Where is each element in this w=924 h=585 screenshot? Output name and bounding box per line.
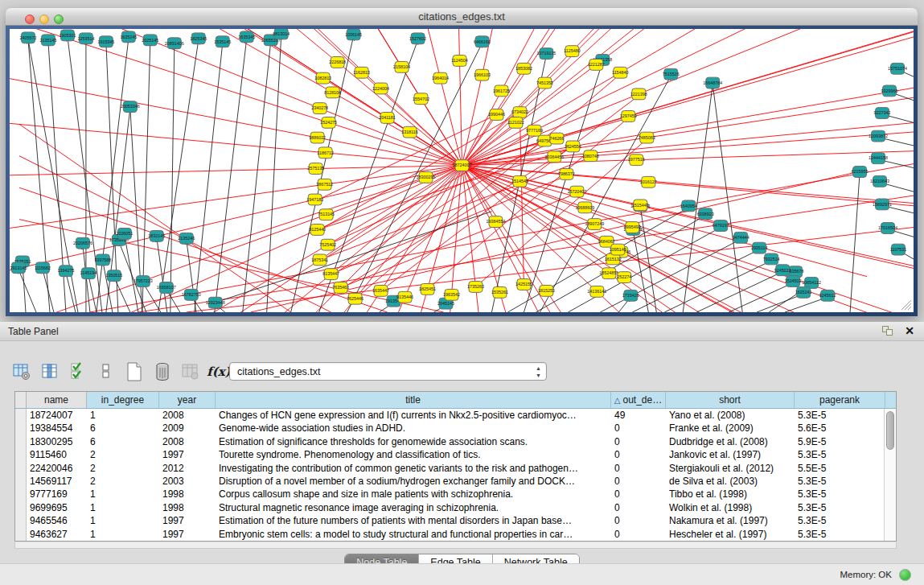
graph-node[interactable]: 2026051 — [116, 228, 133, 239]
memory-ok-indicator[interactable] — [899, 569, 911, 581]
graph-node[interactable]: 1115682 — [35, 262, 51, 274]
graph-node[interactable]: 1394275 — [57, 266, 74, 277]
table-row[interactable]: 911546021997Tourette syndrome. Phenomeno… — [15, 448, 896, 461]
graph-node[interactable]: 1524502 — [785, 276, 802, 287]
graph-node[interactable]: 1875341 — [311, 254, 328, 266]
graph-node[interactable]: 1640954 — [680, 200, 697, 212]
table-row[interactable]: 1830029562008Estimation of significance … — [15, 435, 896, 448]
graph-node[interactable]: 9245612 — [819, 290, 836, 301]
graph-node[interactable]: 8813014 — [273, 29, 290, 39]
graph-node[interactable]: 1154840 — [612, 67, 629, 78]
graph-node[interactable]: 1221398 — [630, 89, 647, 100]
graph-node[interactable]: 3624554 — [565, 141, 581, 152]
graph-node[interactable]: 16210643 — [870, 175, 889, 187]
graph-node[interactable]: 9474444 — [733, 232, 749, 243]
graph-node[interactable]: 746266 — [549, 133, 564, 144]
column-header-in-degree[interactable]: in_degree — [87, 392, 159, 408]
graph-node[interactable]: 2340278 — [311, 103, 328, 114]
canvas-resize-grip[interactable] — [901, 300, 911, 310]
graph-node[interactable]: 8215955 — [852, 167, 869, 178]
graph-node[interactable]: 16782753 — [182, 289, 201, 300]
column-header-title[interactable]: title — [216, 392, 611, 408]
graph-node[interactable]: 1825345 — [190, 33, 207, 44]
graph-node[interactable]: 1635345 — [238, 31, 255, 43]
window-titlebar[interactable]: citations_edges.txt — [6, 8, 918, 26]
graph-node[interactable]: 19384554 — [486, 216, 505, 228]
table-row[interactable]: 969969511998Structural magnetic resonanc… — [15, 501, 896, 514]
graph-node[interactable]: 1961725 — [493, 85, 510, 97]
graph-node[interactable]: 1524275 — [320, 117, 337, 128]
graph-node[interactable]: 1966103 — [474, 69, 491, 80]
graph-node[interactable]: 6734022 — [511, 107, 528, 118]
float-panel-icon[interactable] — [882, 326, 893, 336]
graph-node[interactable]: 1527602 — [409, 33, 426, 44]
graph-node[interactable]: 2226818 — [329, 57, 346, 68]
graph-node[interactable]: 7932514 — [763, 253, 780, 265]
scrollbar-thumb[interactable] — [886, 411, 894, 450]
graph-node[interactable]: 1635241 — [795, 286, 812, 298]
graph-node[interactable]: 1145194 — [80, 268, 97, 279]
graph-node[interactable]: 1825451 — [419, 284, 436, 295]
column-header-out-degree[interactable]: △out_de… — [611, 392, 666, 408]
graph-node[interactable]: 1224004 — [372, 83, 389, 94]
graph-node[interactable]: 9135446 — [396, 291, 413, 303]
create-table-icon[interactable] — [124, 361, 145, 382]
table-row[interactable]: 1456911722003Disruption of a novel membe… — [15, 475, 896, 488]
graph-node[interactable]: 16958107 — [157, 282, 176, 294]
table-vertical-scrollbar[interactable] — [884, 409, 896, 541]
graph-node[interactable]: 1080748 — [582, 150, 599, 162]
graph-node[interactable]: 9777169 — [526, 125, 543, 136]
graph-node[interactable]: 9227342 — [874, 108, 891, 119]
graph-node[interactable]: 2041181 — [379, 113, 396, 124]
graph-node[interactable]: 1905301 — [59, 30, 76, 41]
graph-node[interactable]: 1297459 — [620, 111, 637, 122]
graph-node[interactable]: 1095149 — [610, 244, 626, 255]
table-row[interactable]: 977716911998Corpus callosum shape and si… — [15, 488, 896, 501]
graph-node[interactable]: 7625446 — [347, 293, 363, 304]
graph-node[interactable]: 1554702 — [413, 93, 429, 105]
graph-node[interactable]: 1221287 — [588, 59, 605, 70]
graph-node[interactable]: 8135447 — [322, 269, 339, 280]
graph-node[interactable]: 1318116 — [401, 126, 418, 138]
table-settings-icon[interactable] — [11, 361, 32, 382]
graph-node[interactable]: 1963542 — [443, 289, 460, 300]
graph-node[interactable]: 9125440 — [309, 225, 326, 236]
graph-node[interactable]: 9397588 — [94, 254, 111, 266]
graph-node[interactable]: 17016504 — [878, 223, 897, 234]
graph-node[interactable]: 1124504 — [451, 56, 468, 67]
graph-node[interactable]: 17957223 — [133, 276, 153, 287]
graph-node[interactable]: 20891406 — [165, 38, 184, 49]
graph-node[interactable]: 15692971 — [873, 199, 892, 210]
graph-node[interactable]: 1635245 — [120, 31, 137, 43]
graph-node[interactable]: 7451353 — [536, 77, 553, 89]
graph-node[interactable]: 7635463 — [332, 282, 349, 294]
graph-node[interactable]: 1425155 — [515, 279, 532, 290]
graph-node[interactable]: 1253514 — [77, 33, 94, 44]
graph-node[interactable]: 1016127 — [640, 176, 657, 187]
table-select-dropdown[interactable]: citations_edges.txt ▲▼ — [229, 362, 547, 381]
graph-node[interactable]: 1735263 — [467, 282, 484, 293]
graph-node[interactable]: 1977516 — [628, 154, 645, 166]
graph-node[interactable]: 10719135 — [536, 48, 556, 60]
column-header-name[interactable]: name — [27, 392, 87, 408]
delete-table-icon[interactable] — [152, 361, 173, 382]
graph-node[interactable]: 16648784 — [703, 77, 722, 89]
graph-node[interactable]: 7986372 — [558, 169, 575, 180]
graph-node[interactable]: 15720407 — [567, 186, 586, 197]
graph-node[interactable]: 7525402 — [319, 239, 336, 250]
graph-node[interactable]: 2158104 — [393, 61, 410, 72]
select-columns-icon[interactable] — [39, 361, 60, 382]
table-row[interactable]: 946362711997Embryonic stem cells: a mode… — [15, 528, 896, 541]
table-row[interactable]: 946554611997Estimation of the future num… — [15, 514, 896, 527]
graph-node[interactable]: 20053346 — [121, 101, 140, 113]
graph-node[interactable]: 9886022 — [309, 132, 326, 143]
graph-node[interactable]: 20364456 — [544, 151, 564, 163]
graph-node[interactable]: 18907249 — [585, 219, 604, 230]
graph-node[interactable]: 9329966 — [881, 85, 898, 97]
graph-node[interactable]: 8995493 — [624, 222, 641, 233]
graph-node[interactable]: 2135246 — [178, 233, 195, 244]
graph-node[interactable]: 1350515 — [105, 270, 122, 282]
graph-node[interactable]: 1990446 — [488, 109, 505, 121]
graph-node[interactable]: 12093872 — [869, 130, 888, 142]
graph-node[interactable]: 1515449 — [632, 200, 649, 211]
